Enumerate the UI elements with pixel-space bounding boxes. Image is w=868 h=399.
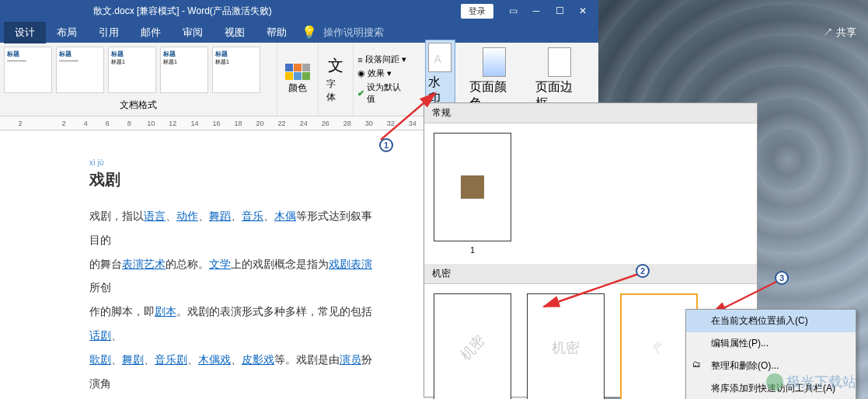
doc-link[interactable]: 剧本 (155, 305, 176, 317)
doc-link[interactable]: 木偶 (274, 210, 296, 222)
doc-link[interactable]: 戏剧表演 (329, 258, 372, 270)
doc-link[interactable]: 音乐剧 (155, 353, 187, 366)
doc-link[interactable]: 音乐 (242, 210, 263, 222)
doc-link[interactable]: 皮影戏 (242, 353, 274, 366)
doc-link[interactable]: 话剧 (89, 329, 111, 342)
doc-link[interactable]: 演员 (340, 353, 361, 366)
para-spacing-button[interactable]: ≡段落间距 ▾ (357, 54, 409, 65)
set-default-button[interactable]: ✔设为默认值 (357, 82, 409, 105)
watermark-thumb-confidential[interactable]: 机密 (527, 293, 605, 399)
horizontal-ruler[interactable]: 2246810121416182022242628303234 (0, 116, 424, 130)
tab-view[interactable]: 视图 (214, 22, 256, 43)
style-item[interactable]: 标题───── (56, 47, 104, 93)
fonts-label: 字体 (326, 78, 345, 104)
site-watermark: 极光下载站 (766, 373, 856, 391)
context-insert-at-position[interactable]: 在当前文档位置插入(C) (686, 310, 856, 332)
doc-link[interactable]: 文学 (209, 258, 231, 270)
watermark-icon: A (428, 43, 451, 72)
doc-link[interactable]: 舞蹈 (209, 210, 231, 222)
style-item[interactable]: 标题标题1 (108, 47, 156, 93)
style-item[interactable]: 标题标题1 (212, 47, 260, 93)
ribbon-tabs: 设计 布局 引用 邮件 审阅 视图 帮助 💡 操作说明搜索 ↗ 共享 (0, 22, 598, 43)
tab-references[interactable]: 引用 (88, 22, 130, 43)
colors-group[interactable]: 颜色 (277, 43, 319, 116)
colors-label: 颜色 (288, 82, 307, 95)
doc-link[interactable]: 动作 (176, 210, 198, 222)
tab-layout[interactable]: 布局 (46, 22, 88, 43)
effects-icon: ◉ (357, 68, 365, 78)
doc-format-label: 文档格式 (120, 99, 157, 112)
tab-review[interactable]: 审阅 (172, 22, 214, 43)
login-button[interactable]: 登录 (461, 4, 493, 19)
context-edit-properties[interactable]: 编辑属性(P)... (686, 332, 856, 355)
watermark-thumb[interactable] (434, 133, 511, 241)
tell-me-search[interactable]: 操作说明搜索 (323, 26, 384, 40)
organize-icon: 🗂 (692, 359, 701, 369)
chevron-down-icon: ▾ (402, 54, 406, 64)
minimize-icon[interactable]: ─ (525, 0, 548, 22)
style-item[interactable]: 标题───── (4, 47, 52, 93)
watermark-thumb-confidential[interactable]: 机密 (434, 293, 511, 399)
document-title: 散文.docx [兼容模式] - Word(产品激活失败) (93, 5, 272, 18)
style-item[interactable]: 标题标题1 (160, 47, 208, 93)
chevron-down-icon: ▾ (387, 68, 392, 78)
share-button[interactable]: ↗ 共享 (823, 26, 856, 40)
titlebar: 散文.docx [兼容模式] - Word(产品激活失败) 登录 ▭ ─ ☐ ✕ (0, 0, 598, 22)
doc-link[interactable]: 语言 (144, 210, 166, 222)
spacing-icon: ≡ (357, 55, 362, 64)
callout-1: 1 (379, 138, 393, 152)
tab-design[interactable]: 设计 (4, 22, 46, 43)
check-icon: ✔ (357, 88, 364, 99)
document-body: 戏剧，指以语言、动作、舞蹈、音乐、木偶等形式达到叙事目的 的舞台表演艺术的总称。… (89, 204, 377, 399)
lightbulb-icon: 💡 (302, 25, 317, 40)
page-border-icon (548, 47, 571, 77)
options-group: ≡段落间距 ▾ ◉效果 ▾ ✔设为默认值 (354, 43, 413, 116)
color-swatches-icon (285, 64, 310, 80)
document-canvas[interactable]: xì jù 戏剧 戏剧，指以语言、动作、舞蹈、音乐、木偶等形式达到叙事目的 的舞… (0, 130, 424, 399)
section-header-confidential: 机密 (424, 264, 757, 284)
page-color-icon (483, 47, 506, 77)
ribbon-display-icon[interactable]: ▭ (501, 0, 525, 22)
tab-help[interactable]: 帮助 (256, 22, 298, 43)
doc-link[interactable]: 木偶戏 (198, 353, 231, 366)
section-header-normal: 常规 (424, 103, 757, 123)
pinyin-annotation: xì jù (89, 158, 103, 167)
fonts-group[interactable]: 文 字体 (319, 43, 354, 116)
watermark-thumb-image (461, 175, 484, 199)
close-icon[interactable]: ✕ (571, 0, 594, 22)
effects-button[interactable]: ◉效果 ▾ (357, 68, 409, 79)
doc-link[interactable]: 歌剧 (89, 353, 111, 366)
doc-link[interactable]: 表演艺术 (122, 258, 166, 270)
watermark-thumb-label: 1 (434, 245, 511, 255)
tab-mailings[interactable]: 邮件 (130, 22, 172, 43)
callout-3: 3 (775, 271, 789, 285)
doc-link[interactable]: 舞剧 (122, 353, 144, 366)
fonts-icon: 文 (328, 55, 343, 76)
document-heading: xì jù 戏剧 (89, 169, 377, 190)
callout-2: 2 (636, 264, 650, 278)
style-gallery[interactable]: 标题───── 标题───── 标题标题1 标题标题1 标题标题1 文档格式 (0, 43, 277, 116)
maximize-icon[interactable]: ☐ (548, 0, 571, 22)
